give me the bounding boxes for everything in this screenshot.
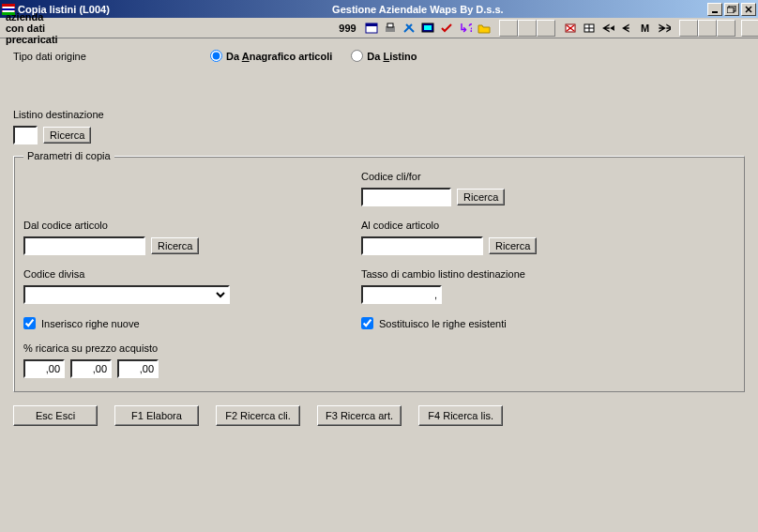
al-codice-input[interactable] xyxy=(361,236,483,255)
disabled-button-1 xyxy=(499,20,518,37)
svg-marker-18 xyxy=(478,25,490,33)
ricarica-block: % ricarica su prezzo acquisto xyxy=(23,342,735,378)
al-codice-block: Al codice articolo Ricerca xyxy=(361,220,735,255)
find-next-icon[interactable]: ᗒᗒ xyxy=(655,20,674,37)
radio-listino-text: Da Listino xyxy=(367,51,417,62)
tasso-block: Tasso di cambio listino destinazione xyxy=(361,268,735,304)
radio-listino[interactable]: Da Listino xyxy=(351,50,417,62)
codice-clifor-label: Codice cli/for xyxy=(361,171,735,182)
inserisco-label: Inserisco righe nuove xyxy=(41,318,140,329)
svg-text:M: M xyxy=(641,23,649,34)
listino-destinazione-block: Listino destinazione Ricerca xyxy=(13,109,745,144)
radio-anagrafico-text: Da Anagrafico articoli xyxy=(226,51,332,62)
printer-icon[interactable] xyxy=(381,20,400,37)
close-button[interactable] xyxy=(741,3,756,16)
f2-ricerca-cli-button[interactable]: F2 Ricerca cli. xyxy=(216,405,300,426)
disabled-button-2 xyxy=(518,20,537,37)
listino-destinazione-input[interactable] xyxy=(13,126,38,144)
radio-listino-input[interactable] xyxy=(351,50,363,62)
find-prev-icon[interactable]: ᗕ xyxy=(617,20,636,37)
disabled-button-3 xyxy=(537,20,555,37)
radio-anagrafico-input[interactable] xyxy=(210,50,222,62)
main-content: Tipo dati origine Da Anagrafico articoli… xyxy=(0,38,758,433)
minimize-button[interactable] xyxy=(707,3,722,16)
sostituisco-checkbox[interactable]: Sostituisco le righe esistenti xyxy=(361,317,735,329)
find-first-icon[interactable]: ᗕᗕ xyxy=(599,20,617,37)
svg-text:ᗕᗕ: ᗕᗕ xyxy=(602,23,614,34)
ricarica3-input[interactable] xyxy=(117,359,159,378)
inserisco-checkbox[interactable]: Inserisco righe nuove xyxy=(23,317,342,329)
window-center-title: Gestione Aziendale Waps By D.s.s. xyxy=(110,4,707,15)
codice-clifor-ricerca-button[interactable]: Ricerca xyxy=(457,189,505,205)
listino-destinazione-label: Listino destinazione xyxy=(13,109,745,120)
toolbar: azienda con dati precaricati 999 ↳? ᗕᗕ ᗕ… xyxy=(0,18,758,38)
svg-rect-4 xyxy=(712,11,718,13)
parametri-group: Parametri di copia Codice cli/for Ricerc… xyxy=(13,150,745,392)
svg-rect-12 xyxy=(387,23,393,27)
ricarica-label: % ricarica su prezzo acquisto xyxy=(23,342,735,354)
codice-divisa-block: Codice divisa xyxy=(23,268,342,304)
ricarica1-input[interactable] xyxy=(23,359,65,378)
restore-button[interactable] xyxy=(724,3,739,16)
codice-clifor-input[interactable] xyxy=(361,188,451,206)
grid-icon[interactable] xyxy=(580,20,599,37)
titlebar: Copia listini (L004) Gestione Aziendale … xyxy=(0,0,758,18)
screen-icon[interactable] xyxy=(418,20,437,37)
calendar-icon[interactable] xyxy=(362,20,381,37)
inserisco-checkbox-input[interactable] xyxy=(23,317,36,329)
codice-divisa-select[interactable] xyxy=(23,285,230,304)
window-controls xyxy=(707,3,756,16)
dal-codice-ricerca-button[interactable]: Ricerca xyxy=(151,237,199,254)
f1-elabora-button[interactable]: F1 Elabora xyxy=(114,405,199,426)
svg-rect-1 xyxy=(2,4,15,7)
svg-rect-10 xyxy=(366,23,377,26)
sostituisco-label: Sostituisco le righe esistenti xyxy=(379,318,507,329)
f4-ricerca-lis-button[interactable]: F4 Ricerca lis. xyxy=(418,405,503,426)
svg-rect-6 xyxy=(727,8,734,13)
sostituisco-checkbox-input[interactable] xyxy=(361,317,373,329)
al-codice-ricerca-button[interactable]: Ricerca xyxy=(489,237,537,254)
dal-codice-input[interactable] xyxy=(23,236,145,255)
bottom-buttons: Esc Esci F1 Elabora F2 Ricerca cli. F3 R… xyxy=(13,405,745,426)
check-icon[interactable] xyxy=(437,20,456,37)
tipo-dati-row: Tipo dati origine Da Anagrafico articoli… xyxy=(13,50,745,62)
svg-rect-16 xyxy=(424,25,432,30)
tasso-label: Tasso di cambio listino destinazione xyxy=(361,268,735,280)
delete-icon[interactable] xyxy=(561,20,580,37)
spacer xyxy=(13,62,745,90)
toolbar-icons: ↳? ᗕᗕ ᗕ M ᗒᗒ xyxy=(362,20,758,37)
esc-button[interactable]: Esc Esci xyxy=(13,405,98,426)
disabled-button-7 xyxy=(741,20,758,37)
find-icon[interactable]: M xyxy=(636,20,655,37)
codice-divisa-label: Codice divisa xyxy=(23,268,342,280)
codice-clifor-block: Codice cli/for Ricerca xyxy=(361,171,735,206)
disabled-button-5 xyxy=(698,20,717,37)
svg-rect-2 xyxy=(2,8,15,10)
svg-text:ᗒᗒ: ᗒᗒ xyxy=(659,23,671,34)
parametri-legend: Parametri di copia xyxy=(23,150,114,161)
disabled-button-4 xyxy=(679,20,698,37)
ricarica2-input[interactable] xyxy=(70,359,112,378)
disabled-button-6 xyxy=(717,20,735,37)
svg-text:↳?: ↳? xyxy=(459,22,472,35)
toolbar-subtitle: azienda con dati precaricati xyxy=(6,11,58,45)
svg-text:ᗕ: ᗕ xyxy=(622,23,629,34)
dal-codice-label: Dal codice articolo xyxy=(23,220,342,231)
toolbar-number: 999 xyxy=(66,23,356,34)
listino-destinazione-ricerca-button[interactable]: Ricerca xyxy=(43,127,91,144)
tasso-input[interactable] xyxy=(361,285,442,304)
help-icon[interactable]: ↳? xyxy=(456,20,475,37)
tipo-dati-label: Tipo dati origine xyxy=(13,51,210,62)
radio-anagrafico[interactable]: Da Anagrafico articoli xyxy=(210,50,332,62)
al-codice-label: Al codice articolo xyxy=(361,220,735,231)
dal-codice-block: Dal codice articolo Ricerca xyxy=(23,220,342,255)
tools-icon[interactable] xyxy=(400,20,418,37)
folder-icon[interactable] xyxy=(475,20,493,37)
f3-ricerca-art-button[interactable]: F3 Ricerca art. xyxy=(317,405,402,426)
